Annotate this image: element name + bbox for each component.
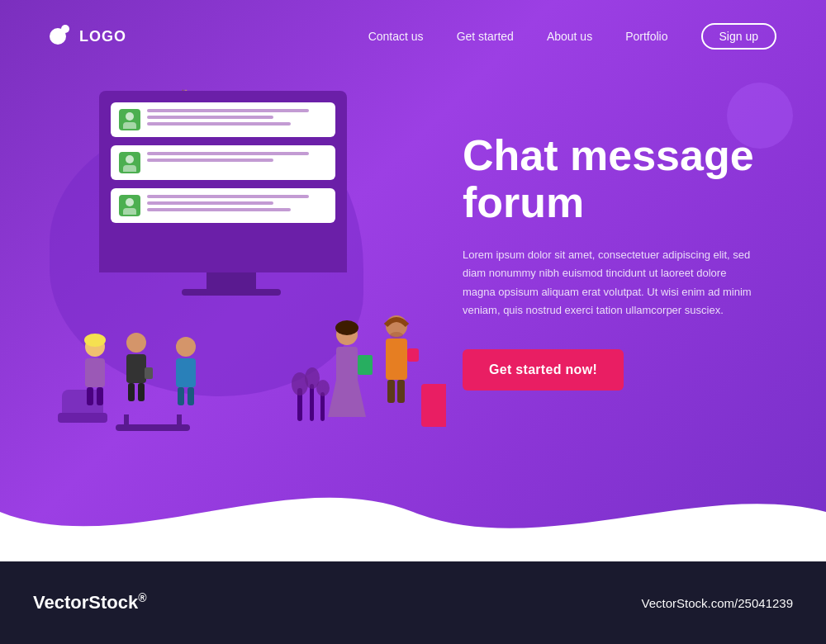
people-illustration (50, 289, 446, 438)
chat-avatar-2 (119, 152, 140, 173)
svg-rect-3 (97, 387, 103, 405)
chat-line (147, 159, 273, 162)
svg-rect-11 (176, 358, 196, 387)
nav-contact[interactable]: Contact us (368, 30, 424, 43)
hero-section: LOGO Contact us Get started About us Por… (0, 0, 826, 561)
illustration-area: 🐿️ (50, 83, 446, 462)
svg-point-4 (84, 334, 106, 347)
svg-rect-23 (397, 380, 405, 403)
svg-rect-19 (358, 355, 373, 375)
svg-rect-13 (188, 387, 194, 405)
hero-content: 🐿️ (0, 50, 826, 545)
nav-about[interactable]: About us (547, 30, 592, 43)
svg-rect-22 (387, 380, 395, 403)
svg-rect-31 (320, 392, 325, 421)
svg-rect-8 (138, 383, 145, 401)
monitor: 🐿️ (99, 91, 363, 305)
svg-rect-7 (128, 383, 135, 401)
svg-point-24 (390, 332, 403, 339)
nav-get-started[interactable]: Get started (457, 30, 514, 43)
navbar: LOGO Contact us Get started About us Por… (0, 0, 826, 50)
svg-rect-25 (407, 348, 419, 362)
monitor-screen: ✿ (99, 91, 347, 272)
footer-url: VectorStock.com/25041239 (642, 596, 793, 610)
svg-rect-2 (87, 387, 93, 405)
svg-rect-9 (145, 367, 153, 379)
svg-point-18 (335, 320, 358, 335)
chat-lines-2 (147, 152, 327, 165)
monitor-stand (206, 272, 256, 289)
cta-button[interactable]: Get started now! (463, 349, 624, 391)
logo-text: LOGO (79, 28, 126, 45)
nav-links: Contact us Get started About us Portfoli… (368, 23, 776, 50)
chat-lines-3 (147, 195, 327, 215)
svg-rect-21 (386, 339, 407, 380)
svg-point-10 (176, 337, 196, 357)
svg-rect-26 (421, 384, 446, 427)
hero-description: Lorem ipsum dolor sit amet, consectetuer… (463, 246, 760, 319)
footer-brand: VectorStock® (33, 591, 147, 613)
page-wrapper: LOGO Contact us Get started About us Por… (0, 0, 826, 644)
hero-title-line2: forum (463, 178, 584, 226)
footer-brand-name: VectorStock (33, 593, 138, 613)
chat-line (147, 122, 291, 125)
signup-button[interactable]: Sign up (701, 23, 776, 50)
logo-icon (50, 25, 73, 48)
logo-area: LOGO (50, 25, 126, 48)
chat-lines-1 (147, 109, 327, 129)
chat-line (147, 109, 309, 112)
chat-line (147, 208, 291, 211)
chat-card-3 (111, 188, 335, 223)
hero-title: Chat message forum (463, 132, 776, 226)
svg-rect-6 (126, 354, 146, 383)
svg-rect-1 (85, 358, 105, 387)
nav-portfolio[interactable]: Portfolio (625, 30, 667, 43)
chat-card-1 (111, 102, 335, 137)
chat-card-2 (111, 145, 335, 180)
chat-avatar-1 (119, 109, 140, 130)
logo-circle-small (61, 25, 69, 33)
text-content: Chat message forum Lorem ipsum dolor sit… (446, 83, 776, 391)
svg-rect-29 (310, 384, 314, 421)
footer-bar: VectorStock® VectorStock.com/25041239 (0, 561, 826, 644)
svg-point-5 (126, 333, 146, 353)
chat-line (147, 116, 273, 119)
svg-rect-15 (336, 347, 358, 384)
footer-reg-symbol: ® (138, 591, 146, 604)
chat-line (147, 195, 309, 198)
chat-line (147, 201, 273, 205)
chat-avatar-3 (119, 195, 140, 216)
hero-title-line1: Chat message (463, 131, 754, 179)
svg-rect-12 (178, 387, 184, 405)
chat-line (147, 152, 309, 155)
svg-point-32 (316, 380, 330, 396)
